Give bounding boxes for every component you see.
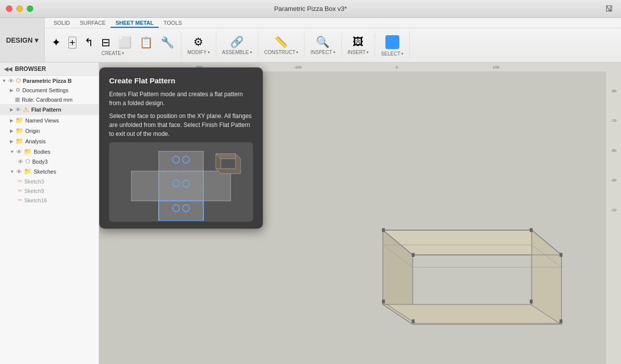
insert-tool[interactable]: 🖼 — [350, 36, 367, 49]
inspect-arrow: ▾ — [333, 50, 335, 55]
tooltip-popup: Create Flat Pattern Enters Flat Pattern … — [99, 67, 263, 229]
root-expand-arrow: ▼ — [2, 78, 6, 83]
construct-tool[interactable]: 📏 — [271, 36, 291, 49]
bodies-arrow: ▼ — [10, 149, 14, 154]
create-tool-flange[interactable]: ⊟ — [98, 36, 113, 49]
svg-rect-19 — [559, 319, 562, 323]
maximize-button[interactable] — [27, 5, 33, 12]
flat-pattern-icon: ⚠ — [23, 106, 29, 114]
sidebar-item-sketch3[interactable]: ✏ Sketch3 — [0, 177, 99, 186]
sketches-folder-icon: 📁 — [24, 168, 32, 175]
body3-label: Body3 — [32, 159, 48, 165]
construct-icon: 📏 — [274, 37, 288, 48]
select-label[interactable]: SELECT ▾ — [381, 51, 403, 57]
sidebar-item-flat-pattern[interactable]: ▶ 👁 ⚠ Flat Pattern — [0, 104, 99, 115]
assemble-tool[interactable]: 🔗 — [227, 36, 247, 49]
create-tool-3[interactable]: ⬜ — [115, 36, 134, 49]
tooltip-flat-pattern-image — [109, 142, 253, 222]
new-component-icon: + — [68, 37, 76, 49]
bend-icon: ↰ — [84, 37, 93, 48]
sidebar-item-rule[interactable]: ▦ Rule: Cardboard mm — [0, 95, 99, 104]
root-label: Parametric Pizza B — [23, 78, 71, 84]
unfold-icon: ⬜ — [118, 37, 131, 48]
svg-text:-100: -100 — [294, 65, 302, 69]
select-arrow: ▾ — [401, 52, 403, 56]
construct-arrow: ▾ — [296, 50, 298, 55]
flat-pattern-label: Flat Pattern — [31, 107, 62, 113]
named-views-label: Named Views — [25, 118, 59, 123]
body3-eye-icon[interactable]: 👁 — [18, 159, 23, 165]
modify-icon: ⚙ — [193, 37, 203, 48]
svg-rect-22 — [159, 171, 203, 201]
modify-label[interactable]: MODIFY ▾ — [187, 50, 210, 55]
assemble-label[interactable]: ASSEMBLE ▾ — [222, 50, 252, 55]
sidebar-item-named-views[interactable]: ▶ 📁 Named Views — [0, 115, 99, 125]
flat-pattern-eye-icon[interactable]: 👁 — [15, 107, 21, 113]
design-label: DESIGN — [6, 36, 33, 44]
collapse-icon[interactable]: ◀◀ — [4, 66, 12, 72]
analysis-folder-icon: 📁 — [15, 137, 23, 145]
modify-arrow: ▾ — [208, 50, 210, 55]
sidebar: ◀◀ BROWSER ▼ 👁 ⬡ Parametric Pizza B ▶ ⚙ … — [0, 62, 99, 364]
sketch9-icon: ✏ — [18, 187, 22, 194]
svg-rect-14 — [530, 228, 533, 232]
sidebar-item-body3[interactable]: 👁 ⬡ Body3 — [0, 157, 99, 166]
toolbar: DESIGN ▾ SOLID SURFACE SHEET METAL TOOLS… — [0, 18, 621, 62]
bodies-folder-icon: 📁 — [24, 148, 32, 155]
construct-label[interactable]: CONSTRUCT ▾ — [264, 50, 299, 55]
modify-tool[interactable]: ⚙ — [190, 36, 206, 49]
bodies-eye-icon[interactable]: 👁 — [16, 149, 22, 155]
inspect-label[interactable]: INSPECT ▾ — [310, 50, 335, 55]
svg-rect-20 — [412, 319, 415, 323]
inspect-tool[interactable]: 🔍 — [313, 36, 332, 49]
save-icon[interactable]: 🖫 — [605, 4, 613, 13]
sidebar-item-origin[interactable]: ▶ 📁 Origin — [0, 125, 99, 136]
create-arrow: ▾ — [122, 51, 124, 56]
sketch9-label: Sketch9 — [24, 188, 44, 194]
origin-label: Origin — [25, 128, 40, 134]
create-tool-2[interactable]: + — [65, 36, 79, 50]
root-eye-icon[interactable]: 👁 — [8, 78, 14, 84]
construct-section: 📏 CONSTRUCT ▾ — [258, 34, 305, 57]
sketches-eye-icon[interactable]: 👁 — [16, 169, 22, 175]
create-tool-bend[interactable]: ↰ — [81, 36, 96, 49]
browser-header: ◀◀ BROWSER — [0, 62, 99, 76]
viewport-canvas[interactable]: Create Flat Pattern Enters Flat Pattern … — [99, 62, 621, 364]
tab-surface[interactable]: SURFACE — [75, 19, 111, 28]
create-tool-1[interactable]: ✦ — [49, 36, 63, 49]
create-tool-4[interactable]: 📋 — [136, 36, 156, 49]
select-tool[interactable] — [382, 34, 402, 50]
sidebar-item-sketches[interactable]: ▼ 👁 📁 Sketches — [0, 166, 99, 177]
bodies-label: Bodies — [34, 149, 51, 155]
sidebar-item-analysis[interactable]: ▶ 📁 Analysis — [0, 136, 99, 146]
svg-rect-16 — [412, 253, 415, 257]
gear-icon: ⚙ — [15, 87, 20, 93]
assemble-section: 🔗 ASSEMBLE ▾ — [216, 34, 258, 57]
ruler-markings: -90 -70 -50 -30 -10 — [606, 62, 621, 364]
svg-rect-24 — [159, 201, 203, 221]
svg-rect-25 — [131, 171, 159, 201]
create-label[interactable]: CREATE ▾ — [101, 51, 124, 56]
close-button[interactable] — [6, 5, 12, 12]
analysis-arrow: ▶ — [10, 139, 13, 144]
rule-label: Rule: Cardboard mm — [22, 97, 72, 103]
star-icon: ✦ — [52, 37, 61, 48]
sidebar-item-root[interactable]: ▼ 👁 ⬡ Parametric Pizza B — [0, 76, 99, 85]
inspect-icon: 🔍 — [316, 37, 329, 48]
create-tool-5[interactable]: 🔧 — [158, 36, 177, 49]
insert-label[interactable]: INSERT ▾ — [348, 50, 369, 55]
tab-solid[interactable]: SOLID — [49, 19, 75, 28]
design-button[interactable]: DESIGN ▾ — [0, 18, 45, 62]
sidebar-item-doc-settings[interactable]: ▶ ⚙ Document Settings — [0, 85, 99, 95]
minimize-button[interactable] — [16, 5, 23, 12]
flat-pattern-icon: 📋 — [139, 37, 153, 48]
sidebar-item-sketch16[interactable]: ✏ Sketch16 — [0, 195, 99, 205]
sheet-tool-icon: 🔧 — [161, 37, 174, 48]
sidebar-item-bodies[interactable]: ▼ 👁 📁 Bodies — [0, 146, 99, 157]
tab-tools[interactable]: TOOLS — [159, 19, 187, 28]
svg-text:-90: -90 — [611, 89, 617, 93]
sketch3-label: Sketch3 — [24, 179, 44, 184]
root-icon: ⬡ — [16, 77, 21, 84]
tab-sheet-metal[interactable]: SHEET METAL — [111, 19, 159, 28]
sidebar-item-sketch9[interactable]: ✏ Sketch9 — [0, 186, 99, 195]
